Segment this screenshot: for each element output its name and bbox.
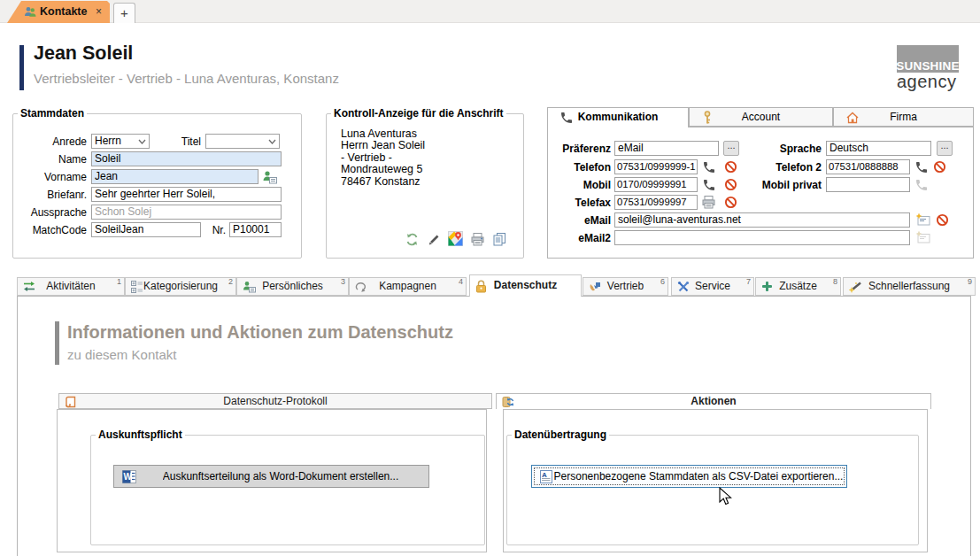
key-icon xyxy=(701,111,714,130)
aussprache-input[interactable]: Schon Solej xyxy=(91,205,282,220)
home-icon xyxy=(845,111,860,130)
email-label: eMail xyxy=(531,214,611,227)
maps-icon[interactable] xyxy=(448,231,463,249)
refresh-icon[interactable] xyxy=(405,232,420,250)
tab-account[interactable]: Account xyxy=(689,107,833,127)
pencil-icon[interactable] xyxy=(427,232,442,250)
tab-account-label: Account xyxy=(742,111,780,123)
word-export-button[interactable]: W Auskunftserteilung als Word-Dokument e… xyxy=(113,465,429,488)
anrede-label: Anrede xyxy=(12,135,87,148)
wand-icon xyxy=(849,281,862,298)
datenuebertragung-legend: Datenübertragung xyxy=(512,429,609,441)
section-title: Informationen und Aktionen zum Datenschu… xyxy=(67,322,453,343)
csv-export-button[interactable]: A Personenbezogene Stammdaten als CSV-Da… xyxy=(531,465,847,488)
titel-label: Titel xyxy=(142,135,201,148)
email2-input[interactable] xyxy=(614,230,910,245)
sprache-input[interactable]: Deutsch xyxy=(826,141,931,156)
tab-close-icon[interactable]: × xyxy=(96,5,102,18)
dial-phone-icon[interactable] xyxy=(702,178,716,195)
tab-datenschutz-protokoll[interactable]: Datenschutz-Protokoll xyxy=(58,393,492,409)
name-input[interactable]: Soleil xyxy=(91,151,282,166)
chevron-down-icon xyxy=(268,139,276,144)
praeferenz-input[interactable]: eMail xyxy=(614,141,719,156)
tab-kommunikation[interactable]: Kommunikation xyxy=(547,107,689,127)
tab-kontakte-label: Kontakte xyxy=(40,5,87,18)
telefon-label: Telefon xyxy=(531,161,611,174)
tools-icon xyxy=(677,281,690,298)
telefax-input[interactable]: 07531/0999997 xyxy=(614,195,698,210)
tab-firma[interactable]: Firma xyxy=(833,107,974,127)
new-email-icon[interactable] xyxy=(915,212,931,230)
phone-icon xyxy=(559,111,574,130)
titel-select[interactable] xyxy=(205,134,280,149)
nr-input[interactable]: P10001 xyxy=(229,222,282,237)
praeferenz-label: Präferenz xyxy=(531,143,611,155)
sales-icon xyxy=(589,281,601,297)
tab-kategorisierung[interactable]: Kategorisierung 2 xyxy=(125,277,236,296)
tab-vertrieb[interactable]: Vertrieb 6 xyxy=(583,277,668,296)
stammdaten-legend: Stammdaten xyxy=(18,107,87,120)
tab-zusaetze[interactable]: Zusätze 8 xyxy=(755,277,841,296)
person-card-icon[interactable] xyxy=(262,170,277,187)
company-logo: SUNSHINE xyxy=(897,45,959,73)
matchcode-input[interactable]: SoleilJean xyxy=(91,222,201,237)
block-icon[interactable] xyxy=(936,213,949,229)
tab-kommunikation-label: Kommunikation xyxy=(578,111,659,123)
svg-text:A: A xyxy=(542,471,547,479)
nr-label: Nr. xyxy=(199,224,226,236)
vorname-input[interactable]: Jean xyxy=(91,169,259,184)
tab-kampagnen[interactable]: Kampagnen 4 xyxy=(349,277,467,296)
sprache-more-button[interactable]: ... xyxy=(937,141,953,156)
mobil-input[interactable]: 0170/09999991 xyxy=(614,177,698,192)
mobilprivat-input[interactable] xyxy=(826,177,910,192)
contact-subtitle: Vertriebsleiter - Vertrieb - Luna Aventu… xyxy=(34,71,339,86)
mouse-cursor xyxy=(719,487,732,509)
plus-icon xyxy=(761,281,773,297)
telefon2-label: Telefon 2 xyxy=(735,161,822,174)
new-tab-button[interactable]: + xyxy=(113,3,135,23)
loop-arrow-icon xyxy=(355,281,368,297)
contact-name: Jean Soleil xyxy=(34,42,133,65)
tab-schnellerfassung[interactable]: Schnellerfassung 9 xyxy=(843,277,976,296)
fax-print-icon[interactable] xyxy=(701,195,716,212)
section-accent-bar xyxy=(55,321,59,365)
mobil-label: Mobil xyxy=(531,179,611,191)
person-list-icon xyxy=(243,281,256,298)
tab-kontakte[interactable]: Kontakte × xyxy=(7,1,110,23)
telefax-label: Telefax xyxy=(531,197,611,209)
telefon2-input[interactable]: 07531/0888888 xyxy=(826,159,910,174)
datenuebertragung-group: Datenübertragung xyxy=(506,435,919,545)
tab-persoenliches[interactable]: Persönliches 3 xyxy=(236,277,349,296)
window-tab-bar: Kontakte × + xyxy=(0,0,980,23)
briefanr-input[interactable]: Sehr geehrter Herr Soleil, xyxy=(91,187,282,202)
tab-aktionen[interactable]: Aktionen xyxy=(496,393,931,409)
lock-icon xyxy=(475,280,487,300)
swap-arrows-icon xyxy=(23,281,35,297)
copy-icon[interactable] xyxy=(492,232,507,250)
actions-scroll-icon xyxy=(502,396,514,412)
name-label: Name xyxy=(12,153,87,166)
dial-phone-icon[interactable] xyxy=(914,160,929,177)
word-icon: W xyxy=(122,470,136,486)
telefon-input[interactable]: 07531/0999999-1 xyxy=(614,159,698,174)
section-subtitle: zu diesem Kontakt xyxy=(67,347,176,362)
tab-aktivitaeten[interactable]: Aktivitäten 1 xyxy=(17,277,125,296)
tab-datenschutz[interactable]: Datenschutz xyxy=(469,274,582,297)
block-icon[interactable] xyxy=(933,160,946,176)
sprache-label: Sprache xyxy=(735,143,822,155)
people-icon xyxy=(24,6,37,20)
email2-label: eMail2 xyxy=(531,232,611,244)
matchcode-label: MatchCode xyxy=(12,224,87,236)
tab-service[interactable]: Service 7 xyxy=(671,277,754,296)
dial-phone-icon[interactable] xyxy=(702,160,716,177)
mobilprivat-label: Mobil privat xyxy=(735,179,822,191)
dial-phone-icon-disabled xyxy=(914,178,929,195)
print-icon[interactable] xyxy=(470,232,485,250)
email-input[interactable]: soleil@luna-aventuras.net xyxy=(614,212,910,228)
new-email-icon-disabled xyxy=(915,230,931,248)
auskunftspflicht-group: Auskunftspflicht xyxy=(90,435,485,545)
category-icon xyxy=(131,281,143,298)
company-logo-sub: agency xyxy=(897,72,957,92)
block-icon[interactable] xyxy=(724,196,737,212)
auskunftspflicht-legend: Auskunftspflicht xyxy=(96,429,185,441)
